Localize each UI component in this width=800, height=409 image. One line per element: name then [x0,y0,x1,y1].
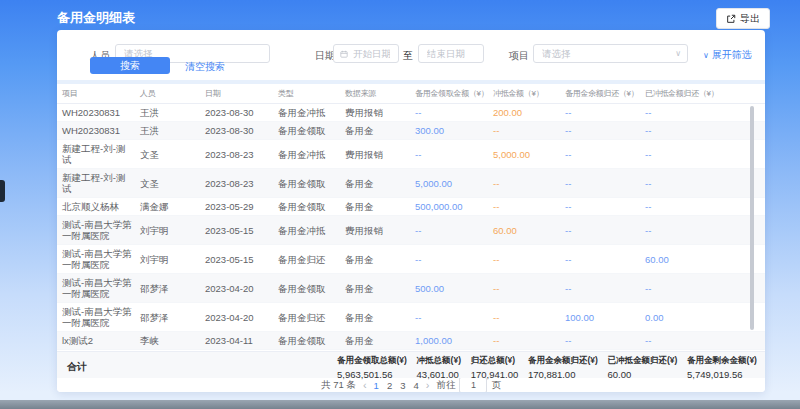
cell-balance_return: -- [565,122,645,139]
table-row[interactable]: WH20230831王洪2023-08-30备用金冲抵费用报销--200.00-… [57,104,765,122]
cell-source: 费用报销 [345,104,415,121]
prev-page-button[interactable]: ‹ [363,380,367,390]
cell-offset_return: 0.00 [645,309,765,326]
column-header: 项目 [62,88,140,99]
cell-project: 新建工程-刘-测试 [62,169,140,197]
cell-type: 备用金冲抵 [278,146,345,163]
cell-date: 2023-05-29 [205,198,278,215]
cell-project: 北京顺义杨林 [62,198,140,215]
table-row[interactable]: 测试-南昌大学第一附属医院刘宇明2023-05-15备用金冲抵费用报销--60.… [57,216,765,245]
goto-label: 前往 [436,379,455,392]
column-header: 备用金余额归还（¥） [565,88,645,99]
cell-person: 满金娜 [140,198,205,215]
cell-person: 刘宇明 [140,222,205,239]
table-row[interactable]: 新建工程-刘-测试文圣2023-08-23备用金领取备用金5,000.00---… [57,169,765,198]
cell-received: 500,000.00 [415,198,493,215]
cell-date: 2023-05-15 [205,222,278,239]
date-to-label: 至 [403,49,413,63]
cell-offset_return: -- [645,146,765,163]
cell-offset_return: -- [645,222,765,239]
cell-offset: -- [493,198,565,215]
cell-source: 备用金 [345,251,415,268]
table-row[interactable]: lx测试2李峡2023-04-11备用金领取备用金1,000.00------ [57,332,765,350]
table-row[interactable]: 新建工程-刘-测试文圣2023-08-23备用金冲抵费用报销--5,000.00… [57,140,765,169]
table-header-row: 项目人员日期类型数据来源备用金领取金额（¥）冲抵金额（¥）备用金余额归还（¥）已… [57,84,765,104]
column-header: 备用金领取金额（¥） [415,88,493,99]
table-row[interactable]: 测试-南昌大学第一附属医院刘宇明2023-05-15备用金归还备用金------… [57,245,765,274]
date-start-input[interactable] [333,44,399,63]
summary-stat-value: 5,963,501.56 [337,369,407,380]
cell-project: 新建工程-刘-测试 [62,140,140,168]
cell-date: 2023-08-23 [205,175,278,192]
cell-received: -- [415,146,493,163]
cell-type: 备用金领取 [278,122,345,139]
table-row[interactable]: 测试-南昌大学第一附属医院邵梦泽2023-04-20备用金归还备用金----10… [57,303,765,332]
next-page-button[interactable]: › [426,380,430,390]
table-row[interactable]: WH20230831王洪2023-08-30备用金领取备用金300.00----… [57,122,765,140]
summary-stat: 备用金余额归还(¥)170,881.00 [528,355,598,380]
page-button[interactable]: 2 [387,380,392,391]
summary-stat-label: 备用金领取总额(¥) [337,355,407,367]
cell-type: 备用金领取 [278,198,345,215]
cell-balance_return: -- [565,198,645,215]
table-row[interactable]: 测试-南昌大学第一附属医院邵梦泽2023-04-20备用金领取备用金500.00… [57,274,765,303]
cell-date: 2023-08-30 [205,104,278,121]
summary-stat: 备用金剩余金额(¥)5,749,019.56 [687,355,757,380]
cell-type: 备用金归还 [278,251,345,268]
project-select-field[interactable] [540,47,675,60]
cell-offset: 5,000.00 [493,146,565,163]
cell-project: 测试-南昌大学第一附属医院 [62,216,140,244]
cell-offset: -- [493,251,565,268]
cell-person: 李峡 [140,332,205,349]
cell-source: 备用金 [345,280,415,297]
cell-person: 邵梦泽 [140,280,205,297]
project-filter-label: 项目 [509,49,529,63]
chevron-down-icon: ∨ [703,51,709,60]
expand-filters-link[interactable]: ∨ 展开筛选 [703,48,752,62]
search-button[interactable]: 搜索 [90,57,170,74]
page-button[interactable]: 4 [413,380,418,391]
cell-balance_return: -- [565,332,645,349]
cell-date: 2023-05-15 [205,251,278,268]
cell-offset_return: 60.00 [645,251,765,268]
cell-received: -- [415,104,493,121]
page-button[interactable]: 3 [400,380,405,391]
cell-received: 5,000.00 [415,175,493,192]
table-scrollbar[interactable] [750,106,754,330]
summary-stat-value: 170,881.00 [528,369,598,380]
page-button[interactable]: 1 [374,380,379,391]
cell-type: 备用金冲抵 [278,222,345,239]
cell-source: 费用报销 [345,146,415,163]
cell-offset: -- [493,122,565,139]
summary-stat-value: 60.00 [607,369,677,380]
cell-received: 1,000.00 [415,332,493,349]
project-filter-select[interactable]: ∨ [533,44,688,63]
summary-stat: 冲抵总额(¥)43,601.00 [417,355,461,380]
cell-person: 王洪 [140,104,205,121]
export-button[interactable]: 导出 [716,8,770,29]
expand-filters-label: 展开筛选 [712,48,752,62]
cell-date: 2023-08-30 [205,122,278,139]
date-start-field[interactable] [351,47,392,60]
table-row[interactable]: 北京顺义杨林满金娜2023-05-29备用金领取备用金500,000.00---… [57,198,765,216]
cell-type: 备用金冲抵 [278,104,345,121]
summary-stat-value: 5,749,019.56 [687,369,757,380]
date-end-input[interactable] [418,44,484,63]
total-label: 合计 [67,360,87,374]
cell-date: 2023-04-11 [205,332,278,349]
summary-stat-label: 备用金余额归还(¥) [528,355,598,367]
page-suffix-label: 页 [491,379,501,392]
cell-source: 备用金 [345,198,415,215]
cell-balance_return: -- [565,104,645,121]
table-body: WH20230831王洪2023-08-30备用金冲抵费用报销--200.00-… [57,104,765,351]
cell-offset: -- [493,309,565,326]
drawer-handle[interactable] [0,180,5,202]
clear-search-link[interactable]: 清空搜索 [185,60,225,74]
cell-source: 备用金 [345,122,415,139]
column-header: 日期 [205,88,278,99]
summary-stat: 已冲抵金额归还(¥)60.00 [607,355,677,380]
column-header: 冲抵金额（¥） [493,88,565,99]
date-end-field[interactable] [425,47,477,60]
cell-balance_return: -- [565,146,645,163]
page-list: 1234 [374,380,419,391]
